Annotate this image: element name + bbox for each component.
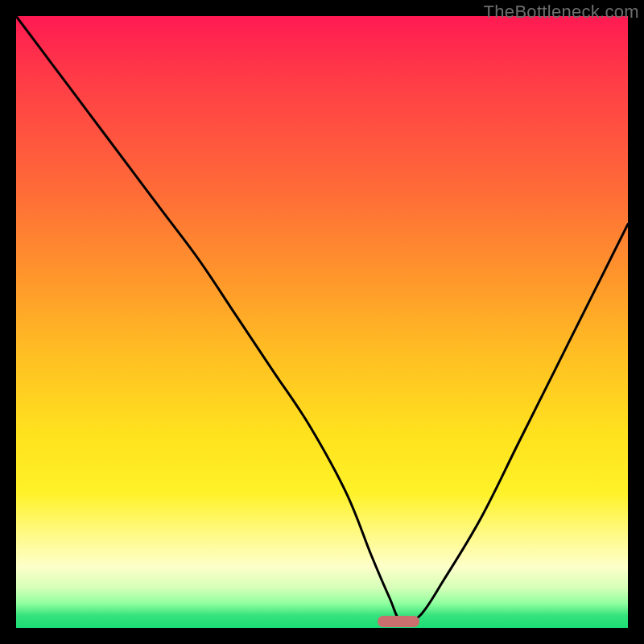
optimal-marker: [378, 616, 419, 627]
watermark-text: TheBottleneck.com: [484, 2, 639, 23]
bottleneck-curve: [16, 16, 628, 628]
chart-frame: TheBottleneck.com: [0, 0, 644, 644]
plot-area: [16, 16, 628, 628]
